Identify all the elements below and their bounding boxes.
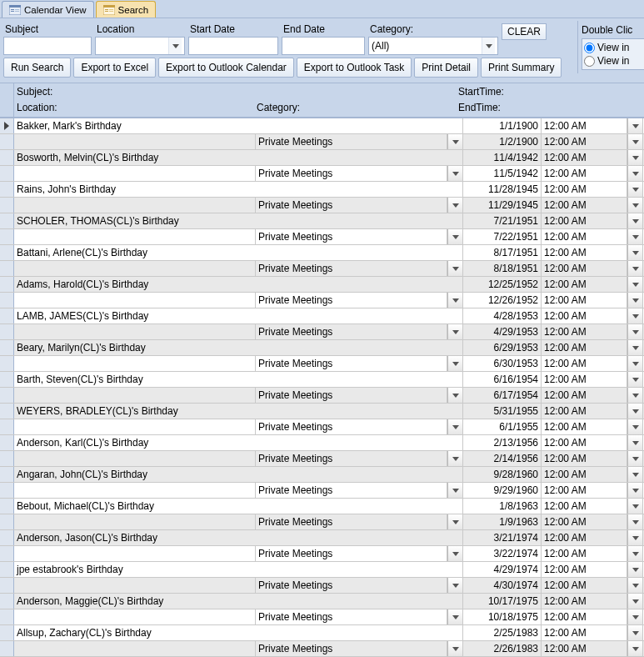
dropdown-button[interactable] (447, 641, 463, 656)
dropdown-button[interactable] (627, 419, 643, 434)
cell-endtime[interactable]: 12:00 AM (542, 388, 627, 403)
cell-starttime[interactable]: 12:00 AM (542, 594, 627, 609)
row-selector[interactable] (0, 499, 14, 514)
record-row-top[interactable]: Bebout, Michael(CL)'s Birthday1/8/196312… (0, 499, 644, 514)
row-selector[interactable] (0, 277, 14, 292)
cell-endtime[interactable]: 12:00 AM (542, 229, 627, 244)
cell-endtime[interactable]: 12:00 AM (542, 261, 627, 276)
record-row-bottom[interactable]: Private Meetings6/17/195412:00 AM (0, 388, 644, 404)
cell-endtime[interactable]: 12:00 AM (542, 419, 627, 434)
row-selector[interactable] (0, 419, 14, 434)
dropdown-button[interactable] (627, 166, 643, 181)
cell-category[interactable]: Private Meetings (256, 514, 447, 529)
cell-startdate[interactable]: 11/4/1942 (463, 150, 542, 165)
record-row-top[interactable]: Bosworth, Melvin(CL)'s Birthday11/4/1942… (0, 150, 644, 166)
row-selector[interactable] (0, 530, 14, 545)
record-row-bottom[interactable]: Private Meetings11/29/194512:00 AM (0, 198, 644, 213)
dropdown-button[interactable] (447, 514, 463, 529)
row-selector[interactable] (0, 514, 14, 529)
dropdown-button[interactable] (627, 261, 643, 276)
cell-enddate[interactable]: 6/1/1955 (463, 419, 542, 434)
cell-enddate[interactable]: 4/30/1974 (463, 578, 542, 593)
cell-subject[interactable]: Anderson, Karl(CL)'s Birthday (14, 435, 463, 450)
cell-location[interactable] (14, 546, 256, 561)
print-detail-button[interactable]: Print Detail (414, 58, 478, 78)
cell-subject[interactable]: Barth, Steven(CL)'s Birthday (14, 372, 463, 387)
cell-enddate[interactable]: 6/30/1953 (463, 356, 542, 371)
row-selector[interactable] (0, 451, 14, 466)
cell-subject[interactable]: Allsup, Zachary(CL)'s Birthday (14, 625, 463, 640)
cell-category[interactable]: Private Meetings (256, 134, 447, 149)
record-row-top[interactable]: Battani, Arlene(CL)'s Birthday8/17/19511… (0, 245, 644, 261)
dropdown-button[interactable] (627, 562, 643, 577)
cell-location[interactable] (14, 609, 256, 624)
cell-enddate[interactable]: 6/17/1954 (463, 388, 542, 403)
cell-starttime[interactable]: 12:00 AM (542, 182, 627, 197)
cell-category[interactable]: Private Meetings (256, 166, 447, 181)
cell-category[interactable]: Private Meetings (256, 546, 447, 561)
record-row-top[interactable]: Angaran, John(CL)'s Birthday9/28/196012:… (0, 467, 644, 483)
dropdown-button[interactable] (627, 404, 643, 419)
dropdown-button[interactable] (447, 134, 463, 149)
cell-location[interactable] (14, 388, 256, 403)
cell-category[interactable]: Private Meetings (256, 198, 447, 213)
cell-enddate[interactable]: 8/18/1951 (463, 261, 542, 276)
row-selector[interactable] (0, 372, 14, 387)
cell-category[interactable]: Private Meetings (256, 578, 447, 593)
record-row-bottom[interactable]: Private Meetings2/14/195612:00 AM (0, 451, 644, 467)
cell-startdate[interactable]: 1/8/1963 (463, 499, 542, 514)
cell-enddate[interactable]: 3/22/1974 (463, 546, 542, 561)
row-selector[interactable] (0, 166, 14, 181)
cell-starttime[interactable]: 12:00 AM (542, 308, 627, 323)
cell-category[interactable]: Private Meetings (256, 293, 447, 308)
cell-endtime[interactable]: 12:00 AM (542, 198, 627, 213)
row-selector[interactable] (0, 261, 14, 276)
cell-startdate[interactable]: 7/21/1951 (463, 213, 542, 228)
cell-category[interactable]: Private Meetings (256, 356, 447, 371)
dropdown-button[interactable] (627, 609, 643, 624)
cell-category[interactable]: Private Meetings (256, 609, 447, 624)
cell-starttime[interactable]: 12:00 AM (542, 435, 627, 450)
row-selector[interactable] (0, 324, 14, 339)
cell-enddate[interactable]: 12/26/1952 (463, 293, 542, 308)
cell-location[interactable] (14, 451, 256, 466)
dropdown-button[interactable] (447, 229, 463, 244)
record-row-top[interactable]: WEYERS, BRADLEY(CL)'s Birthday5/31/19551… (0, 404, 644, 419)
dropdown-button[interactable] (447, 451, 463, 466)
export-outlook-cal-button[interactable]: Export to Outlook Calendar (158, 58, 294, 78)
row-selector[interactable] (0, 641, 14, 656)
dropdown-button[interactable] (627, 118, 643, 133)
row-selector[interactable] (0, 594, 14, 609)
cell-location[interactable] (14, 419, 256, 434)
cell-subject[interactable]: Bosworth, Melvin(CL)'s Birthday (14, 150, 463, 165)
cell-startdate[interactable]: 9/28/1960 (463, 467, 542, 482)
cell-subject[interactable]: Anderson, Jason(CL)'s Birthday (14, 530, 463, 545)
record-row-top[interactable]: Bakker, Mark's Birthday1/1/190012:00 AM (0, 118, 644, 134)
dropdown-button[interactable] (447, 609, 463, 624)
cell-location[interactable] (14, 166, 256, 181)
record-row-top[interactable]: Barth, Steven(CL)'s Birthday6/16/195412:… (0, 372, 644, 388)
view-in-radio-1[interactable]: View in (584, 41, 642, 54)
dropdown-button[interactable] (627, 293, 643, 308)
cell-subject[interactable]: Bebout, Michael(CL)'s Birthday (14, 499, 463, 514)
cell-endtime[interactable]: 12:00 AM (542, 451, 627, 466)
cell-subject[interactable]: Rains, John's Birthday (14, 182, 463, 197)
row-selector[interactable] (0, 467, 14, 482)
dropdown-button[interactable] (627, 308, 643, 323)
cell-location[interactable] (14, 514, 256, 529)
dropdown-button[interactable] (627, 213, 643, 228)
cell-starttime[interactable]: 12:00 AM (542, 372, 627, 387)
dropdown-button[interactable] (627, 435, 643, 450)
cell-startdate[interactable]: 6/16/1954 (463, 372, 542, 387)
cell-endtime[interactable]: 12:00 AM (542, 483, 627, 498)
dropdown-button[interactable] (627, 467, 643, 482)
cell-starttime[interactable]: 12:00 AM (542, 150, 627, 165)
row-selector[interactable] (0, 578, 14, 593)
cell-category[interactable]: Private Meetings (256, 261, 447, 276)
dropdown-button[interactable] (627, 277, 643, 292)
cell-location[interactable] (14, 261, 256, 276)
record-row-top[interactable]: Rains, John's Birthday11/28/194512:00 AM (0, 182, 644, 198)
cell-subject[interactable]: WEYERS, BRADLEY(CL)'s Birthday (14, 404, 463, 419)
record-row-top[interactable]: Beary, Marilyn(CL)'s Birthday6/29/195312… (0, 340, 644, 356)
dropdown-button[interactable] (627, 182, 643, 197)
